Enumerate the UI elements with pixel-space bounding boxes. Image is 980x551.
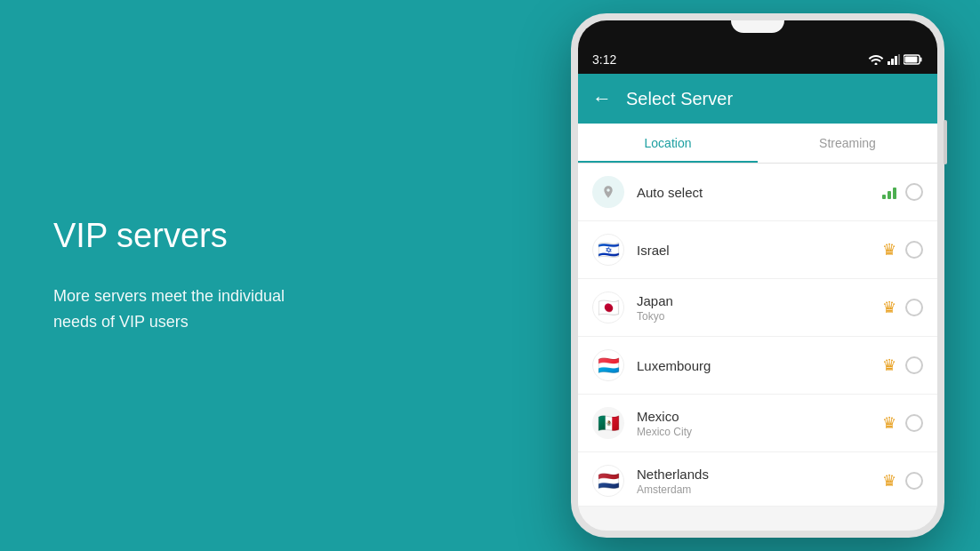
radio-button[interactable]	[905, 356, 923, 374]
radio-button[interactable]	[905, 299, 923, 316]
server-city: Mexico City	[637, 426, 870, 438]
server-info: Israel	[637, 243, 870, 258]
phone-frame: 3:12	[571, 13, 944, 538]
svg-rect-4	[898, 54, 900, 65]
app-header-title: Select Server	[626, 89, 733, 109]
back-button[interactable]: ←	[592, 87, 612, 110]
battery-icon	[904, 54, 923, 65]
radio-button[interactable]	[905, 472, 923, 490]
list-item[interactable]: Auto select	[578, 164, 937, 221]
app-header: ← Select Server	[578, 74, 937, 124]
svg-rect-2	[891, 59, 894, 65]
flag-mexico: 🇲🇽	[592, 407, 624, 439]
list-item[interactable]: 🇲🇽 Mexico Mexico City ♛	[578, 395, 937, 452]
server-right: ♛	[882, 413, 923, 433]
crown-icon: ♛	[882, 471, 896, 491]
signal-bars	[882, 185, 896, 199]
svg-rect-3	[895, 56, 897, 65]
svg-rect-7	[905, 57, 918, 63]
server-right: ♛	[882, 471, 923, 491]
signal-bar-2	[888, 191, 891, 199]
server-name: Japan	[637, 293, 870, 308]
radio-button[interactable]	[905, 183, 923, 201]
wifi-icon	[868, 54, 884, 65]
left-panel: VIP servers More servers meet the indivi…	[53, 216, 285, 334]
list-item[interactable]: 🇳🇱 Netherlands Amsterdam ♛	[578, 452, 937, 507]
phone-mockup: 3:12	[571, 13, 944, 538]
server-info: Mexico Mexico City	[637, 409, 870, 438]
description: More servers meet the individual needs o…	[53, 283, 285, 335]
server-name: Netherlands	[637, 467, 870, 482]
status-time: 3:12	[592, 52, 616, 67]
main-heading: VIP servers	[53, 216, 285, 257]
server-name: Luxembourg	[637, 358, 870, 373]
flag-japan: 🇯🇵	[592, 291, 624, 323]
server-name: Israel	[637, 243, 870, 258]
svg-rect-6	[920, 58, 922, 62]
tabs-bar: Location Streaming	[578, 124, 937, 164]
crown-icon: ♛	[882, 355, 896, 375]
server-right	[882, 183, 923, 201]
crown-icon: ♛	[882, 298, 896, 317]
server-info: Japan Tokyo	[637, 293, 870, 323]
list-item[interactable]: 🇮🇱 Israel ♛	[578, 221, 937, 279]
tab-location[interactable]: Location	[578, 124, 758, 163]
radio-button[interactable]	[905, 241, 923, 259]
signal-icon	[888, 54, 900, 65]
server-name: Auto select	[637, 185, 870, 200]
server-info: Luxembourg	[637, 358, 870, 373]
flag-luxembourg: 🇱🇺	[592, 349, 624, 381]
location-icon	[592, 176, 624, 208]
flag-israel: 🇮🇱	[592, 234, 624, 266]
server-city: Amsterdam	[637, 483, 870, 496]
server-list: Auto select 🇮🇱 Israel	[578, 164, 937, 507]
server-info: Netherlands Amsterdam	[637, 467, 870, 496]
status-icons	[868, 54, 923, 65]
tab-streaming[interactable]: Streaming	[758, 124, 937, 163]
server-info: Auto select	[637, 185, 870, 200]
flag-netherlands: 🇳🇱	[592, 465, 624, 497]
svg-rect-1	[888, 61, 890, 65]
status-bar: 3:12	[578, 45, 937, 74]
server-right: ♛	[882, 298, 923, 317]
crown-icon: ♛	[882, 413, 896, 433]
list-item[interactable]: 🇯🇵 Japan Tokyo ♛	[578, 279, 937, 337]
server-city: Tokyo	[637, 310, 870, 323]
radio-button[interactable]	[905, 414, 923, 432]
phone-side-button	[944, 120, 947, 164]
svg-point-0	[875, 63, 878, 66]
server-name: Mexico	[637, 409, 870, 424]
list-item[interactable]: 🇱🇺 Luxembourg ♛	[578, 337, 937, 395]
signal-bar-3	[893, 188, 896, 199]
crown-icon: ♛	[882, 240, 896, 260]
signal-bar-1	[882, 195, 886, 199]
phone-notch	[578, 20, 937, 45]
server-right: ♛	[882, 355, 923, 375]
server-right: ♛	[882, 240, 923, 260]
